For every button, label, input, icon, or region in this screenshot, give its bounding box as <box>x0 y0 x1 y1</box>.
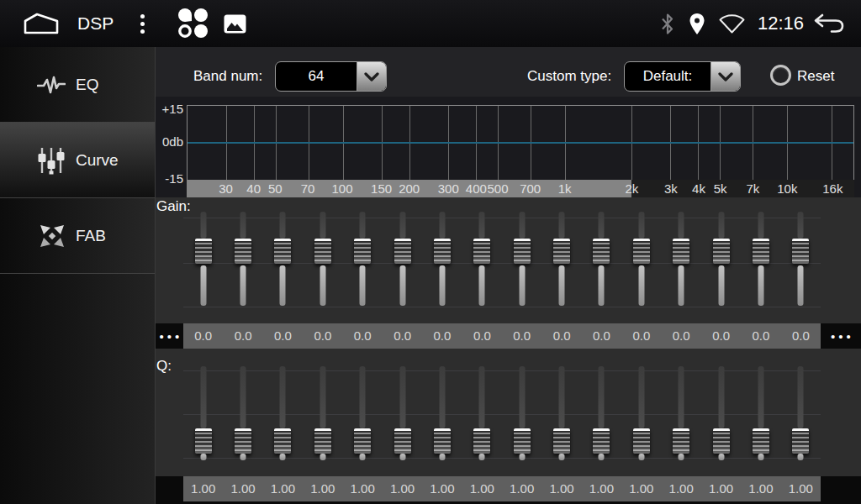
slider-thumb[interactable] <box>314 239 331 264</box>
slider-track-upper[interactable] <box>479 366 485 428</box>
slider-track-upper[interactable] <box>718 212 724 239</box>
slider-track-lower[interactable] <box>758 265 763 306</box>
slider-thumb[interactable] <box>354 428 371 454</box>
freq-axis[interactable]: 304050701001502003004005007001k2k3k4k5k7… <box>187 180 854 197</box>
slider-track-upper[interactable] <box>200 366 206 428</box>
q-slider[interactable] <box>343 363 383 464</box>
slider-track-lower[interactable] <box>439 265 445 306</box>
slider-thumb[interactable] <box>195 428 212 454</box>
gain-slider[interactable] <box>422 208 462 309</box>
slider-thumb[interactable] <box>434 239 451 264</box>
slider-thumb[interactable] <box>274 428 291 454</box>
gain-slider[interactable] <box>383 208 422 309</box>
slider-track-lower[interactable] <box>798 454 804 460</box>
gain-slider[interactable] <box>303 208 342 309</box>
gain-slider[interactable] <box>462 208 502 309</box>
gain-slider[interactable] <box>183 208 223 309</box>
slider-track-lower[interactable] <box>240 265 246 306</box>
slider-track-upper[interactable] <box>599 366 605 428</box>
slider-track-lower[interactable] <box>320 454 325 460</box>
sidebar-item-curve[interactable]: Curve <box>0 123 155 198</box>
slider-track-upper[interactable] <box>758 366 763 428</box>
slider-thumb[interactable] <box>753 239 769 264</box>
slider-thumb[interactable] <box>792 428 809 454</box>
slider-thumb[interactable] <box>553 239 570 264</box>
slider-thumb[interactable] <box>673 428 689 454</box>
q-slider[interactable] <box>303 363 342 464</box>
slider-track-lower[interactable] <box>399 265 405 306</box>
gain-slider[interactable] <box>263 208 303 309</box>
q-slider[interactable] <box>701 363 741 464</box>
slider-track-lower[interactable] <box>599 454 605 460</box>
band-num-dropdown[interactable]: 64 <box>275 61 387 92</box>
slider-track-upper[interactable] <box>758 212 763 239</box>
overflow-menu-icon[interactable] <box>135 9 150 39</box>
reset-radio[interactable] <box>770 65 791 86</box>
slider-track-lower[interactable] <box>280 454 286 460</box>
sidebar-item-eq[interactable]: EQ <box>0 47 155 123</box>
slider-track-lower[interactable] <box>519 454 525 460</box>
slider-thumb[interactable] <box>593 239 610 264</box>
slider-track-lower[interactable] <box>599 265 605 306</box>
slider-track-lower[interactable] <box>679 454 684 460</box>
slider-track-upper[interactable] <box>519 212 525 239</box>
slider-track-upper[interactable] <box>638 366 644 428</box>
slider-track-upper[interactable] <box>320 212 325 239</box>
gain-slider[interactable] <box>662 208 701 309</box>
gain-slider[interactable] <box>781 208 821 309</box>
slider-thumb[interactable] <box>354 239 371 264</box>
slider-thumb[interactable] <box>792 239 809 264</box>
gain-next-bands-button[interactable]: ••• <box>821 323 861 349</box>
slider-thumb[interactable] <box>235 428 251 454</box>
slider-thumb[interactable] <box>235 239 251 264</box>
slider-track-lower[interactable] <box>200 265 206 306</box>
slider-track-upper[interactable] <box>399 366 405 428</box>
q-slider[interactable] <box>502 363 541 464</box>
q-slider[interactable] <box>541 363 581 464</box>
slider-track-lower[interactable] <box>479 454 485 460</box>
slider-thumb[interactable] <box>473 428 490 454</box>
slider-thumb[interactable] <box>314 428 331 454</box>
slider-track-lower[interactable] <box>718 265 724 306</box>
slider-track-lower[interactable] <box>519 265 525 306</box>
slider-track-upper[interactable] <box>200 212 206 239</box>
home-icon[interactable] <box>22 12 61 35</box>
slider-track-lower[interactable] <box>240 454 246 460</box>
slider-track-upper[interactable] <box>280 366 286 428</box>
q-slider[interactable] <box>462 363 502 464</box>
q-slider[interactable] <box>263 363 303 464</box>
slider-thumb[interactable] <box>434 428 451 454</box>
slider-thumb[interactable] <box>514 428 531 454</box>
slider-track-lower[interactable] <box>479 265 485 306</box>
slider-track-lower[interactable] <box>439 454 445 460</box>
slider-track-upper[interactable] <box>479 212 485 239</box>
slider-track-lower[interactable] <box>320 265 325 306</box>
slider-thumb[interactable] <box>633 239 650 264</box>
apps-clover-icon[interactable] <box>177 8 210 39</box>
slider-track-lower[interactable] <box>798 265 804 306</box>
slider-track-upper[interactable] <box>320 366 325 428</box>
q-slider[interactable] <box>621 363 661 464</box>
q-slider[interactable] <box>223 363 262 464</box>
slider-track-upper[interactable] <box>240 212 246 239</box>
slider-track-upper[interactable] <box>798 212 804 239</box>
custom-type-dropdown[interactable]: Default: <box>624 61 741 92</box>
sidebar-item-fab[interactable]: FAB <box>0 198 155 274</box>
slider-track-upper[interactable] <box>360 212 366 239</box>
slider-thumb[interactable] <box>394 428 411 454</box>
q-slider[interactable] <box>781 363 821 464</box>
gain-slider[interactable] <box>343 208 383 309</box>
slider-thumb[interactable] <box>713 428 730 454</box>
slider-track-upper[interactable] <box>718 366 724 428</box>
slider-track-upper[interactable] <box>360 366 366 428</box>
slider-track-upper[interactable] <box>399 212 405 239</box>
gain-slider[interactable] <box>621 208 661 309</box>
slider-track-lower[interactable] <box>559 265 565 306</box>
slider-track-upper[interactable] <box>519 366 525 428</box>
gain-slider[interactable] <box>541 208 581 309</box>
q-slider[interactable] <box>582 363 621 464</box>
slider-thumb[interactable] <box>514 239 531 264</box>
gain-slider[interactable] <box>701 208 741 309</box>
slider-track-upper[interactable] <box>638 212 644 239</box>
slider-track-lower[interactable] <box>559 454 565 460</box>
